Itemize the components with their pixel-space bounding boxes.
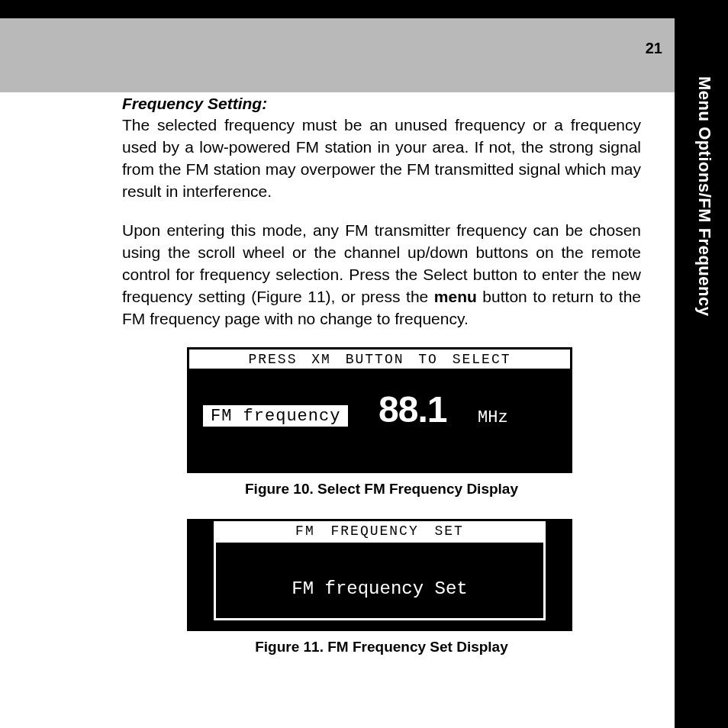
header-band xyxy=(0,0,675,92)
section-tab-label: Menu Options/FM Frequency xyxy=(694,76,714,316)
page-number: 21 xyxy=(646,40,662,57)
device-display-frequency-set: FM FREQUENCY SET FM frequency Set xyxy=(187,519,572,631)
display-topbar: FM FREQUENCY SET xyxy=(214,521,546,540)
figure-10-caption: Figure 10. Select FM Frequency Display xyxy=(122,481,641,498)
figure-11: FM FREQUENCY SET FM frequency Set xyxy=(187,519,576,631)
device-display-select-frequency: PRESS XM BUTTON TO SELECT FM frequency 8… xyxy=(187,347,572,473)
content-area: Frequency Setting: The selected frequenc… xyxy=(122,95,641,677)
frequency-unit: MHz xyxy=(478,408,508,427)
manual-page: 21 Menu Options/FM Frequency Frequency S… xyxy=(0,0,728,728)
section-heading: Frequency Setting: xyxy=(122,95,641,113)
menu-button-ref: menu xyxy=(434,288,477,305)
paragraph-2: Upon entering this mode, any FM transmit… xyxy=(122,220,641,330)
section-tab: Menu Options/FM Frequency xyxy=(675,0,728,728)
paragraph-1: The selected frequency must be an unused… xyxy=(122,114,641,203)
figure-10: PRESS XM BUTTON TO SELECT FM frequency 8… xyxy=(187,347,576,473)
frequency-value: 88.1 xyxy=(378,388,446,430)
frequency-set-message: FM frequency Set xyxy=(189,578,570,599)
display-topbar: PRESS XM BUTTON TO SELECT xyxy=(189,350,570,369)
display-body: FM frequency 88.1 MHz xyxy=(189,369,570,472)
fm-frequency-label: FM frequency xyxy=(203,405,348,427)
figure-11-caption: Figure 11. FM Frequency Set Display xyxy=(122,639,641,656)
display-body: FM frequency Set xyxy=(189,540,570,630)
